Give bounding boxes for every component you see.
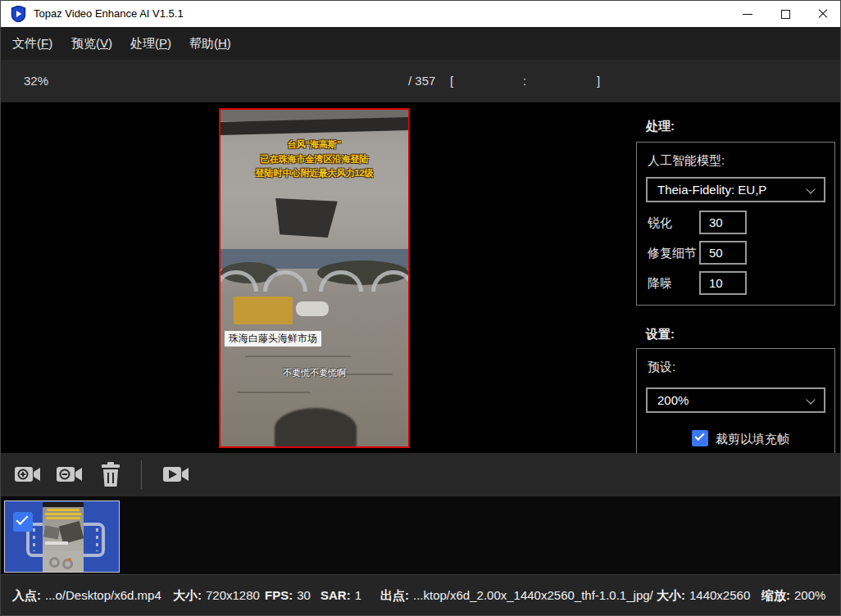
denoise-input[interactable] xyxy=(699,271,747,295)
crop-to-fill-label: 裁剪以填充帧 xyxy=(716,432,789,447)
remove-video-button camera-minus-icon[interactable] xyxy=(57,464,83,484)
video-water-streak xyxy=(245,356,352,357)
sharpen-label: 锐化 xyxy=(648,215,672,231)
out-size-status: 大小:1440x2560 xyxy=(657,575,750,616)
in-point-status: 入点:...o/Desktop/x6d.mp4 xyxy=(12,575,161,616)
preset-value: 200% xyxy=(657,393,689,407)
checkmark-icon xyxy=(694,431,704,441)
menu-preview[interactable]: 预览(V) xyxy=(71,27,112,60)
minimize-icon xyxy=(743,14,752,15)
video-list-toolbar xyxy=(1,453,841,496)
menu-help[interactable]: 帮助(H) xyxy=(189,27,231,60)
ai-model-label: 人工智能模型: xyxy=(648,153,725,169)
thumbnail-selected-checkbox[interactable] xyxy=(13,512,33,532)
out-point-status: 出点:...ktop/x6d_2.00x_1440x2560_thf-1.0.1… xyxy=(380,575,653,616)
close-button[interactable] xyxy=(804,1,841,27)
close-icon xyxy=(818,9,828,19)
main-area: 台风“海高斯” 已在珠海市金湾区沿海登陆 登陆时中心附近最大风力12级 珠海白藤… xyxy=(1,102,841,453)
scale-status: 缩放:200% xyxy=(761,575,825,616)
app-logo-icon xyxy=(11,6,26,22)
delete-video-button trash-icon[interactable] xyxy=(100,462,121,487)
maximize-button[interactable] xyxy=(766,1,804,27)
video-title-overlay: 台风“海高斯” 已在珠海市金湾区沿海登陆 登陆时中心附近最大风力12级 xyxy=(220,138,408,181)
video-preview[interactable]: 台风“海高斯” 已在珠海市金湾区沿海登陆 登陆时中心附近最大风力12级 珠海白藤… xyxy=(219,108,410,448)
process-video-button camera-play-icon[interactable] xyxy=(163,464,189,484)
menu-bar: 文件(F) 预览(V) 处理(P) 帮助(H) xyxy=(1,27,841,60)
denoise-label: 降噪 xyxy=(648,276,672,292)
titlebar: Topaz Video Enhance AI V1.5.1 xyxy=(1,1,841,27)
restore-detail-label: 修复细节 xyxy=(648,246,697,261)
video-yellow-truck xyxy=(234,297,293,324)
preset-dropdown[interactable]: 200% xyxy=(646,387,825,413)
playback-toolbar: 32% / 357 [ : ] xyxy=(1,60,841,102)
process-header: 处理: xyxy=(646,119,675,134)
settings-header: 设置: xyxy=(646,327,675,342)
add-video-button camera-plus-icon[interactable] xyxy=(15,464,41,484)
range-separator: : xyxy=(523,60,526,102)
menu-process[interactable]: 处理(P) xyxy=(130,27,171,60)
fps-status: FPS:30 xyxy=(265,575,311,616)
video-caption: 不要慌不要慌啊 xyxy=(220,367,408,379)
minimize-button[interactable] xyxy=(729,1,766,27)
chevron-down-icon xyxy=(806,184,815,193)
range-close-bracket: ] xyxy=(597,60,600,102)
thumbnail-strip xyxy=(1,496,841,574)
maximize-icon xyxy=(781,10,790,19)
total-frames-label: / 357 xyxy=(408,60,435,102)
toolbar-divider xyxy=(141,460,142,489)
video-foreground-shape xyxy=(275,408,357,448)
ai-model-dropdown[interactable]: Theia-Fidelity: EU,P xyxy=(646,177,825,202)
menu-file[interactable]: 文件(F) xyxy=(12,27,52,60)
sharpen-input[interactable] xyxy=(699,211,747,234)
range-open-bracket: [ xyxy=(450,60,453,102)
ai-model-value: Theia-Fidelity: EU,P xyxy=(657,183,766,197)
video-thumbnail-item[interactable] xyxy=(4,500,120,573)
restore-detail-input[interactable] xyxy=(699,241,747,265)
checkmark-icon xyxy=(16,513,29,525)
thumbnail-image xyxy=(43,502,84,572)
preset-label: 预设: xyxy=(648,360,675,375)
crop-to-fill-checkbox[interactable] xyxy=(692,430,708,446)
video-white-car xyxy=(296,301,329,316)
video-water-streak xyxy=(237,392,311,393)
zoom-level-label: 32% xyxy=(24,60,48,102)
app-window: Topaz Video Enhance AI V1.5.1 文件(F) 预览(V… xyxy=(0,0,841,616)
in-size-status: 大小:720x1280 xyxy=(173,575,260,616)
window-title: Topaz Video Enhance AI V1.5.1 xyxy=(34,1,184,27)
settings-panel: 处理: 人工智能模型: Theia-Fidelity: EU,P 锐化 修复细节… xyxy=(632,102,841,453)
chevron-down-icon xyxy=(806,395,815,404)
sar-status: SAR:1 xyxy=(320,575,361,616)
status-bar: 入点:...o/Desktop/x6d.mp4 大小:720x1280 FPS:… xyxy=(1,574,841,616)
video-location-label: 珠海白藤头海鲜市场 xyxy=(225,331,321,346)
